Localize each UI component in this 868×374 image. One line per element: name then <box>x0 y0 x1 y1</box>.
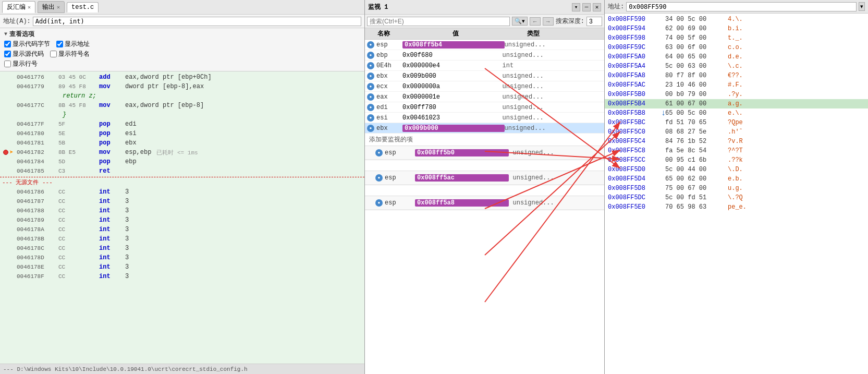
search-execute-btn[interactable]: 🔍▾ <box>512 17 528 26</box>
code-line: 0046178F CC int 3 <box>0 272 364 281</box>
breakpoint-line: ➤ 00461782 8B E5 mov esp,ebp 已耗时 <= 1ms <box>0 148 364 157</box>
monitor-row-selected[interactable]: ● ebx 0x009b000 unsigned... <box>365 123 604 134</box>
options-toggle-icon[interactable]: ▼ <box>4 31 7 37</box>
monitor-row[interactable]: ● ebx 0x009b000 unsigned... <box>365 71 604 81</box>
tab-bar: 反汇编 ✕ 输出 ✕ test.c <box>0 0 364 15</box>
memory-row: 0x008FF5E0 70 65 98 63 pe_e. <box>605 202 868 212</box>
monitor-header: 监视 1 ▾ ─ ✕ <box>365 0 604 15</box>
option-show-source[interactable]: 显示源代码 <box>4 50 44 58</box>
monitor-row[interactable]: ● edi 0x00ff780 unsigned... <box>365 102 604 113</box>
current-arrow-icon: ➤ <box>9 148 17 156</box>
option-show-lineno[interactable]: 显示行号 <box>4 59 38 68</box>
monitor-table-header: 名称 值 类型 <box>365 28 604 40</box>
memory-row: 0x008FF5AC 23 10 46 00 #.F. <box>605 80 868 90</box>
subwatch-esp-value-3: 0x008ff5a8 <box>415 199 509 207</box>
memory-area[interactable]: 0x008FF590 34 00 5c 00 4.\. 0x008FF594 6… <box>605 14 868 374</box>
monitor-menu-btn[interactable]: ▾ <box>572 3 580 11</box>
monitor-table[interactable]: ● esp 0x008ff5b4 unsigned... ● ebp 0x00f… <box>365 40 604 374</box>
tab-output[interactable]: 输出 ✕ <box>38 1 65 13</box>
reg-name: ebx <box>376 125 402 132</box>
code-line: 0046177C 8B 45 F8 mov eax,dword ptr [ebp… <box>0 101 364 110</box>
tab-disassembler-label: 反汇编 <box>7 3 26 11</box>
code-line: 00461781 5B pop ebx <box>0 138 364 148</box>
reg-type: unsigned... <box>503 93 603 101</box>
reg-type: unsigned... <box>513 174 603 182</box>
reg-icon: ● <box>367 114 374 122</box>
reg-type: unsigned... <box>513 149 603 156</box>
memory-header: 地址: ▾ <box>605 0 868 14</box>
monitor-row[interactable]: ● eax 0x0000001e unsigned... <box>365 92 604 102</box>
subwatch-row[interactable]: ● esp 0x008ff5b0 unsigned... <box>365 146 604 160</box>
tab-file[interactable]: test.c <box>67 2 99 13</box>
code-line: 00461784 5D pop ebp <box>0 157 364 166</box>
reg-value: 0x000000e4 <box>402 62 503 69</box>
add-watch-item[interactable]: 添加要监视的项 <box>365 134 604 146</box>
code-line: 00461779 89 45 F8 mov dword ptr [ebp-8],… <box>0 82 364 91</box>
reg-name: ebp <box>376 52 402 59</box>
code-line: 0046178D CC int 3 <box>0 253 364 262</box>
status-text: --- D:\Windows Kits\10\Include\10.0.1904… <box>3 366 248 372</box>
option-show-bytes[interactable]: 显示代码字节 <box>4 40 50 49</box>
tab-disassembler[interactable]: 反汇编 ✕ <box>2 1 35 13</box>
reg-value-esp: 0x008ff5b4 <box>402 41 505 49</box>
option-show-sym[interactable]: 显示符号名 <box>50 50 90 58</box>
memory-row: ↓ 0x008FF5B8 65 00 5c 00 e.\. <box>605 108 868 118</box>
subwatch-row[interactable]: ● esp 0x008ff5ac unsigned... <box>365 171 604 185</box>
memory-row: 0x008FF598 74 00 5f 00 t._. <box>605 33 868 43</box>
option-show-addr[interactable]: 显示地址 <box>56 40 90 49</box>
address-input[interactable] <box>33 17 361 26</box>
reg-value-ebx: 0x009b000 <box>402 125 505 132</box>
address-label: 地址(A): <box>3 17 31 26</box>
tab-file-label: test.c <box>71 4 94 11</box>
col-header-value: 值 <box>453 29 528 38</box>
memory-dropdown-btn[interactable]: ▾ <box>859 2 865 11</box>
search-next-btn[interactable]: → <box>543 17 554 26</box>
depth-input[interactable] <box>586 17 602 26</box>
reg-icon: ● <box>367 83 374 90</box>
monitor-row[interactable]: ● ebp 0x00f680 unsigned... <box>365 50 604 61</box>
subwatch-row[interactable]: ● esp 0x008ff5a8 unsigned... <box>365 196 604 210</box>
add-watch-label: 添加要监视的项 <box>369 136 413 143</box>
code-line: 0046178E CC int 3 <box>0 262 364 272</box>
monitor-row[interactable]: ● esi 0x00461023 unsigned... <box>365 113 604 123</box>
monitor-row[interactable]: ● esp 0x008ff5b4 unsigned... <box>365 40 604 50</box>
monitor-close-btn[interactable]: ✕ <box>593 3 601 11</box>
code-line: 0046178B CC int 3 <box>0 234 364 244</box>
reg-type: unsigned... <box>503 104 603 111</box>
search-input[interactable] <box>367 17 510 26</box>
address-bar: 地址(A): <box>0 15 364 28</box>
code-area[interactable]: 00461776 03 45 0C add eax,dword ptr [ebp… <box>0 71 364 364</box>
reg-value: 0x0000000a <box>402 83 503 90</box>
reg-value: 0x00ff780 <box>402 104 503 111</box>
reg-icon: ● <box>375 199 383 207</box>
bp-indicator <box>2 150 9 155</box>
search-prev-btn[interactable]: ← <box>530 17 541 26</box>
code-line: 00461780 5E pop esi <box>0 129 364 138</box>
monitor-row[interactable]: ● ecx 0x0000000a unsigned... <box>365 81 604 92</box>
memory-row: 0x008FF5C4 84 76 1b 52 ?v.R <box>605 137 868 146</box>
memory-row: 0x008FF5D4 65 00 62 00 e.b. <box>605 174 868 184</box>
monitor-minimize-btn[interactable]: ─ <box>582 3 591 11</box>
reg-name: edi <box>376 104 402 111</box>
code-line: 00461786 CC int 3 <box>0 187 364 197</box>
depth-label: 搜索深度: <box>556 17 584 26</box>
memory-row: 0x008FF5D0 5c 00 44 00 \.D. <box>605 165 868 174</box>
tab-output-label: 输出 <box>42 3 55 11</box>
reg-icon: ● <box>375 174 383 182</box>
reg-type: unsigned... <box>505 41 603 49</box>
col-header-name: 名称 <box>367 29 453 38</box>
memory-addr-input[interactable] <box>626 2 857 11</box>
subwatch-section-1: ● esp 0x008ff5b0 unsigned... <box>365 146 604 160</box>
tab-close-output[interactable]: ✕ <box>57 4 60 10</box>
code-line: 00461789 CC int 3 <box>0 215 364 225</box>
spacer <box>365 185 604 196</box>
annotation-text: 已耗时 <= 1ms <box>156 149 198 156</box>
memory-row: 0x008FF5C8 fa 5e 8c 54 ?^?T <box>605 146 868 155</box>
subwatch-section-3: ● esp 0x008ff5a8 unsigned... <box>365 196 604 210</box>
monitor-row[interactable]: ● 0E4h 0x000000e4 int <box>365 61 604 71</box>
reg-name: eax <box>376 93 402 101</box>
code-line: 0046178C CC int 3 <box>0 244 364 253</box>
tab-close-disassembler[interactable]: ✕ <box>28 4 31 10</box>
options-row-2: 显示源代码 显示符号名 <box>4 50 360 58</box>
reg-name: esp <box>385 174 411 182</box>
